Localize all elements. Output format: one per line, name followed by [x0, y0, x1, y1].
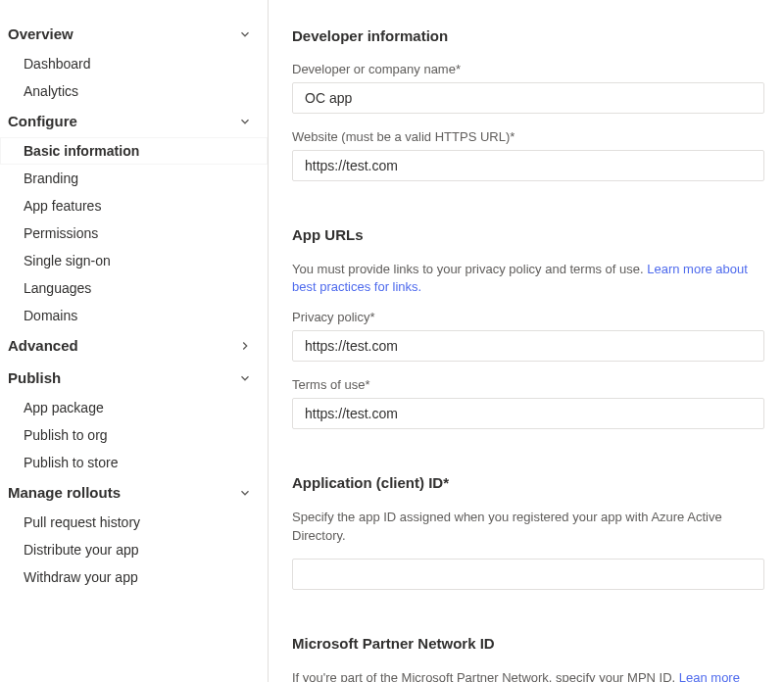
- developer-information-title: Developer information: [292, 27, 764, 44]
- sidebar-item-languages[interactable]: Languages: [0, 274, 268, 302]
- mpn-id-title: Microsoft Partner Network ID: [292, 635, 764, 652]
- application-id-description: Specify the app ID assigned when you reg…: [292, 509, 764, 544]
- nav-section-manage-rollouts[interactable]: Manage rollouts: [0, 476, 268, 509]
- chevron-right-icon: [238, 339, 252, 353]
- nav-section-label: Advanced: [8, 337, 78, 354]
- sidebar: Overview Dashboard Analytics Configure B…: [0, 0, 269, 682]
- sidebar-item-app-package[interactable]: App package: [0, 394, 268, 421]
- nav-section-publish[interactable]: Publish: [0, 362, 268, 394]
- sidebar-item-branding[interactable]: Branding: [0, 165, 268, 192]
- terms-of-use-label: Terms of use*: [292, 377, 764, 392]
- developer-name-input[interactable]: [292, 82, 764, 114]
- sidebar-item-permissions[interactable]: Permissions: [0, 219, 268, 247]
- privacy-policy-input[interactable]: [292, 330, 764, 362]
- chevron-down-icon: [238, 371, 252, 385]
- app-urls-description: You must provide links to your privacy p…: [292, 261, 764, 296]
- mpn-desc-text: If you're part of the Microsoft Partner …: [292, 670, 679, 682]
- sidebar-item-domains[interactable]: Domains: [0, 302, 268, 329]
- sidebar-item-basic-information[interactable]: Basic information: [0, 137, 268, 165]
- app-urls-title: App URLs: [292, 226, 764, 243]
- nav-section-advanced[interactable]: Advanced: [0, 329, 268, 362]
- sidebar-item-publish-to-org[interactable]: Publish to org: [0, 421, 268, 449]
- sidebar-item-single-sign-on[interactable]: Single sign-on: [0, 247, 268, 274]
- website-input[interactable]: [292, 150, 764, 181]
- developer-name-label: Developer or company name*: [292, 62, 764, 76]
- nav-section-label: Configure: [8, 113, 77, 129]
- sidebar-item-dashboard[interactable]: Dashboard: [0, 50, 268, 77]
- nav-section-label: Publish: [8, 369, 61, 386]
- application-id-title: Application (client) ID*: [292, 474, 764, 491]
- sidebar-item-publish-to-store[interactable]: Publish to store: [0, 449, 268, 476]
- sidebar-item-pull-request-history[interactable]: Pull request history: [0, 509, 268, 536]
- sidebar-item-analytics[interactable]: Analytics: [0, 77, 268, 105]
- nav-section-label: Overview: [8, 25, 74, 42]
- app-urls-desc-text: You must provide links to your privacy p…: [292, 262, 647, 276]
- mpn-id-description: If you're part of the Microsoft Partner …: [292, 669, 764, 682]
- chevron-down-icon: [238, 486, 252, 500]
- privacy-policy-label: Privacy policy*: [292, 310, 764, 324]
- terms-of-use-input[interactable]: [292, 398, 764, 429]
- sidebar-item-app-features[interactable]: App features: [0, 192, 268, 219]
- sidebar-item-distribute-your-app[interactable]: Distribute your app: [0, 536, 268, 563]
- main-content: Developer information Developer or compa…: [269, 0, 784, 682]
- chevron-down-icon: [238, 115, 252, 128]
- application-id-input[interactable]: [292, 559, 764, 590]
- nav-section-configure[interactable]: Configure: [0, 105, 268, 137]
- chevron-down-icon: [238, 27, 252, 41]
- website-label: Website (must be a valid HTTPS URL)*: [292, 129, 764, 144]
- sidebar-item-withdraw-your-app[interactable]: Withdraw your app: [0, 563, 268, 591]
- nav-section-label: Manage rollouts: [8, 484, 121, 501]
- nav-section-overview[interactable]: Overview: [0, 18, 268, 50]
